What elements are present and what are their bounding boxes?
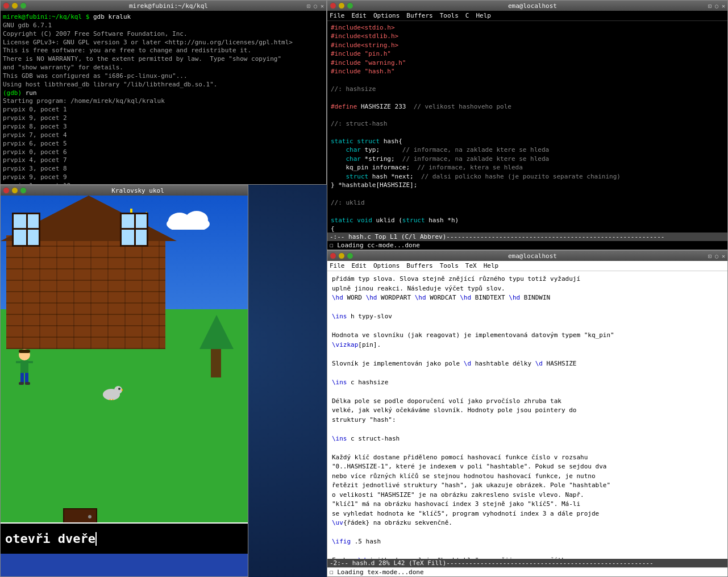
tex-menu-edit[interactable]: Edit (352, 262, 367, 269)
game-scene: otevři dveře (1, 196, 248, 554)
svg-point-25 (114, 386, 122, 394)
tex-menu-options[interactable]: Options (373, 262, 400, 269)
emacs-c-echo: ☐ Loading cc-mode...done (327, 241, 727, 250)
emacs-tex-echo-text: Loading tex-mode...done (337, 568, 423, 576)
tex-menu-tools[interactable]: Tools (440, 262, 459, 269)
tree-top (199, 315, 234, 349)
emacs-tex-close[interactable] (330, 252, 336, 259)
emacs-c-code: #include<stdio.h> #include<stdlib.h> #in… (327, 21, 727, 233)
svg-point-14 (185, 211, 208, 228)
term-content[interactable]: mirek@fubini:~/kq/kql $ gdb kraluk GNU g… (1, 11, 326, 184)
tex-menu-file[interactable]: File (330, 262, 345, 269)
emacs-tex-echo: ☐ Loading tex-mode...done (327, 567, 727, 576)
tex-menu-help[interactable]: Help (484, 262, 499, 269)
svg-rect-18 (16, 361, 20, 363)
term-output-area: mirek@fubini:~/kq/kql $ gdb kraluk GNU g… (3, 13, 324, 184)
emacs-c-maximize[interactable] (347, 2, 353, 9)
svg-point-27 (118, 388, 120, 390)
menu-options[interactable]: Options (373, 12, 400, 19)
svg-rect-21 (25, 373, 28, 383)
emacs-c-menubar[interactable]: File Edit Options Buffers Tools C Help (327, 11, 727, 21)
house-window-right (120, 213, 148, 247)
game-maximize-button[interactable] (20, 187, 27, 194)
terminal-window: mirek@fubini:~/kq/kql ⊡ ○ ✕ mirek@fubini… (0, 0, 327, 185)
emacs-c-titlebar: ema@localhost ⊡ ○ ✕ (327, 1, 727, 11)
emacs-tex-body: přidám typ slova. Slova stejně znějící r… (327, 271, 727, 559)
emacs-tex-title: ema@localhost (357, 252, 708, 260)
emacs-tex-maximize[interactable] (347, 252, 353, 259)
emacs-c-buttons[interactable] (330, 2, 353, 9)
emacs-c-content[interactable]: File Edit Options Buffers Tools C Help #… (327, 11, 727, 250)
game-close-button[interactable] (3, 187, 10, 194)
menu-edit[interactable]: Edit (352, 12, 367, 19)
close-button[interactable] (3, 2, 10, 9)
emacs-c-minimize[interactable] (338, 2, 345, 9)
term-titlebar-right: ⊡ ○ ✕ (307, 3, 324, 9)
game-window-buttons[interactable] (3, 187, 27, 194)
menu-file[interactable]: File (330, 12, 345, 19)
menu-buffers[interactable]: Buffers (406, 12, 432, 19)
emacs-tex-minimize[interactable] (338, 252, 345, 259)
emacs-tex-buttons[interactable] (330, 252, 353, 259)
menu-tools[interactable]: Tools (440, 12, 459, 19)
emacs-c-titlebar-right: ⊡ ○ ✕ (708, 3, 725, 9)
emacs-c-checkbox: ☐ (330, 242, 334, 249)
svg-marker-26 (122, 389, 123, 391)
emacs-tex-titlebar: ema@localhost ⊡ ○ ✕ (327, 251, 727, 261)
text-cursor (95, 532, 97, 546)
emacs-tex-titlebar-right: ⊡ ○ ✕ (708, 253, 725, 259)
game-minimize-button[interactable] (11, 187, 18, 194)
menu-help[interactable]: Help (476, 12, 491, 19)
maximize-button[interactable] (20, 2, 27, 9)
emacs-tex-content[interactable]: File Edit Options Buffers Tools TeX Help… (327, 261, 727, 576)
character (13, 348, 36, 393)
game-titlebar: Kralovsky ukol (1, 185, 248, 196)
minimize-button[interactable] (11, 2, 18, 9)
term-window-buttons[interactable] (3, 2, 27, 9)
svg-rect-19 (28, 361, 33, 363)
svg-rect-17 (20, 360, 28, 373)
house-vplanks (6, 235, 165, 349)
emacs-c-title: ema@localhost (357, 2, 708, 10)
term-title: mirek@fubini:~/kq/kql (30, 2, 307, 10)
game-title: Kralovsky ukol (30, 187, 246, 194)
game-content[interactable]: otevři dveře (1, 196, 248, 576)
command-text: otevři dveře (5, 532, 95, 546)
term-titlebar: mirek@fubini:~/kq/kql ⊡ ○ ✕ (1, 1, 326, 11)
house-window-left (12, 213, 40, 247)
emacs-tex-checkbox: ☐ (330, 568, 334, 576)
svg-rect-16 (19, 350, 30, 353)
tex-menu-tex[interactable]: TeX (465, 262, 477, 269)
svg-rect-20 (20, 373, 24, 383)
game-window: Kralovsky ukol (0, 185, 248, 577)
emacs-c-close[interactable] (330, 2, 336, 9)
game-command-input[interactable]: otevři dveře (1, 522, 248, 554)
chicken (100, 383, 123, 400)
emacs-c-echo-text: Loading cc-mode...done (337, 242, 420, 249)
emacs-tex-menubar[interactable]: File Edit Options Buffers Tools TeX Help (327, 261, 727, 271)
tex-menu-buffers[interactable]: Buffers (406, 262, 432, 269)
svg-rect-22 (19, 382, 24, 385)
term-prompt-line: mirek@fubini:~/kq/kql $ (3, 13, 89, 20)
emacs-tex-window: ema@localhost ⊡ ○ ✕ File Edit Options Bu… (327, 250, 728, 577)
emacs-c-window: ema@localhost ⊡ ○ ✕ File Edit Options Bu… (327, 0, 728, 250)
emacs-tex-modeline: -2:-- hash.d 28% L42 (TeX Fill)---------… (327, 559, 727, 567)
svg-rect-23 (25, 382, 30, 385)
menu-c[interactable]: C (465, 12, 469, 19)
emacs-c-modeline: -:-- hash.c Top L1 (C/l Abbrev)---------… (327, 233, 727, 241)
